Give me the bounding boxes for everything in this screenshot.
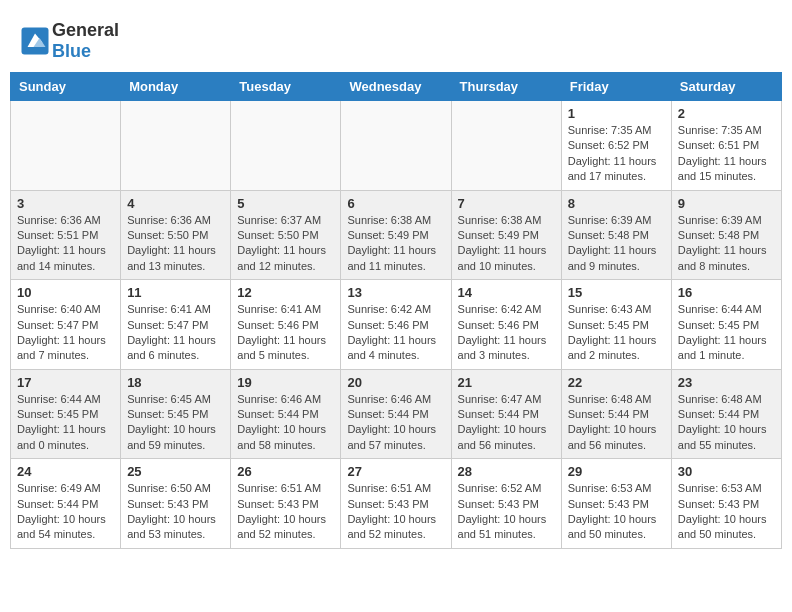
- day-number: 25: [127, 464, 224, 479]
- day-of-week-header: Saturday: [671, 73, 781, 101]
- day-number: 6: [347, 196, 444, 211]
- day-info: Sunrise: 6:50 AM Sunset: 5:43 PM Dayligh…: [127, 481, 224, 543]
- day-number: 22: [568, 375, 665, 390]
- day-number: 11: [127, 285, 224, 300]
- day-number: 16: [678, 285, 775, 300]
- day-info: Sunrise: 6:51 AM Sunset: 5:43 PM Dayligh…: [347, 481, 444, 543]
- calendar-day-cell: 17Sunrise: 6:44 AM Sunset: 5:45 PM Dayli…: [11, 369, 121, 459]
- day-number: 30: [678, 464, 775, 479]
- day-info: Sunrise: 6:48 AM Sunset: 5:44 PM Dayligh…: [678, 392, 775, 454]
- day-info: Sunrise: 6:53 AM Sunset: 5:43 PM Dayligh…: [678, 481, 775, 543]
- day-number: 19: [237, 375, 334, 390]
- day-info: Sunrise: 6:49 AM Sunset: 5:44 PM Dayligh…: [17, 481, 114, 543]
- calendar-day-cell: [231, 101, 341, 191]
- calendar-day-cell: [121, 101, 231, 191]
- day-of-week-header: Tuesday: [231, 73, 341, 101]
- page-header: General Blue: [10, 10, 782, 67]
- day-number: 20: [347, 375, 444, 390]
- day-number: 17: [17, 375, 114, 390]
- day-info: Sunrise: 6:51 AM Sunset: 5:43 PM Dayligh…: [237, 481, 334, 543]
- calendar-day-cell: 21Sunrise: 6:47 AM Sunset: 5:44 PM Dayli…: [451, 369, 561, 459]
- calendar-day-cell: 26Sunrise: 6:51 AM Sunset: 5:43 PM Dayli…: [231, 459, 341, 549]
- day-info: Sunrise: 6:36 AM Sunset: 5:51 PM Dayligh…: [17, 213, 114, 275]
- day-info: Sunrise: 6:39 AM Sunset: 5:48 PM Dayligh…: [678, 213, 775, 275]
- logo-icon: [20, 26, 50, 56]
- calendar-day-cell: 9Sunrise: 6:39 AM Sunset: 5:48 PM Daylig…: [671, 190, 781, 280]
- day-info: Sunrise: 7:35 AM Sunset: 6:51 PM Dayligh…: [678, 123, 775, 185]
- day-info: Sunrise: 6:46 AM Sunset: 5:44 PM Dayligh…: [347, 392, 444, 454]
- calendar-day-cell: 30Sunrise: 6:53 AM Sunset: 5:43 PM Dayli…: [671, 459, 781, 549]
- day-number: 7: [458, 196, 555, 211]
- day-info: Sunrise: 6:38 AM Sunset: 5:49 PM Dayligh…: [458, 213, 555, 275]
- calendar-day-cell: 5Sunrise: 6:37 AM Sunset: 5:50 PM Daylig…: [231, 190, 341, 280]
- logo: General Blue: [20, 20, 119, 62]
- calendar-week-row: 17Sunrise: 6:44 AM Sunset: 5:45 PM Dayli…: [11, 369, 782, 459]
- calendar-day-cell: 2Sunrise: 7:35 AM Sunset: 6:51 PM Daylig…: [671, 101, 781, 191]
- day-number: 5: [237, 196, 334, 211]
- calendar-day-cell: 1Sunrise: 7:35 AM Sunset: 6:52 PM Daylig…: [561, 101, 671, 191]
- calendar-day-cell: 7Sunrise: 6:38 AM Sunset: 5:49 PM Daylig…: [451, 190, 561, 280]
- day-number: 10: [17, 285, 114, 300]
- calendar-day-cell: 15Sunrise: 6:43 AM Sunset: 5:45 PM Dayli…: [561, 280, 671, 370]
- day-info: Sunrise: 6:45 AM Sunset: 5:45 PM Dayligh…: [127, 392, 224, 454]
- day-info: Sunrise: 6:36 AM Sunset: 5:50 PM Dayligh…: [127, 213, 224, 275]
- day-number: 2: [678, 106, 775, 121]
- calendar-week-row: 10Sunrise: 6:40 AM Sunset: 5:47 PM Dayli…: [11, 280, 782, 370]
- day-number: 29: [568, 464, 665, 479]
- day-number: 27: [347, 464, 444, 479]
- day-number: 8: [568, 196, 665, 211]
- day-of-week-header: Wednesday: [341, 73, 451, 101]
- calendar-day-cell: 22Sunrise: 6:48 AM Sunset: 5:44 PM Dayli…: [561, 369, 671, 459]
- calendar-day-cell: 14Sunrise: 6:42 AM Sunset: 5:46 PM Dayli…: [451, 280, 561, 370]
- day-number: 9: [678, 196, 775, 211]
- calendar-day-cell: 8Sunrise: 6:39 AM Sunset: 5:48 PM Daylig…: [561, 190, 671, 280]
- day-info: Sunrise: 6:41 AM Sunset: 5:47 PM Dayligh…: [127, 302, 224, 364]
- calendar-day-cell: 12Sunrise: 6:41 AM Sunset: 5:46 PM Dayli…: [231, 280, 341, 370]
- calendar-day-cell: 11Sunrise: 6:41 AM Sunset: 5:47 PM Dayli…: [121, 280, 231, 370]
- calendar-day-cell: [451, 101, 561, 191]
- day-info: Sunrise: 6:41 AM Sunset: 5:46 PM Dayligh…: [237, 302, 334, 364]
- day-info: Sunrise: 6:48 AM Sunset: 5:44 PM Dayligh…: [568, 392, 665, 454]
- day-number: 3: [17, 196, 114, 211]
- day-number: 21: [458, 375, 555, 390]
- day-of-week-header: Friday: [561, 73, 671, 101]
- calendar-day-cell: 3Sunrise: 6:36 AM Sunset: 5:51 PM Daylig…: [11, 190, 121, 280]
- calendar-day-cell: 28Sunrise: 6:52 AM Sunset: 5:43 PM Dayli…: [451, 459, 561, 549]
- calendar-day-cell: 6Sunrise: 6:38 AM Sunset: 5:49 PM Daylig…: [341, 190, 451, 280]
- day-number: 18: [127, 375, 224, 390]
- calendar-day-cell: 19Sunrise: 6:46 AM Sunset: 5:44 PM Dayli…: [231, 369, 341, 459]
- calendar-day-cell: [11, 101, 121, 191]
- calendar-day-cell: 10Sunrise: 6:40 AM Sunset: 5:47 PM Dayli…: [11, 280, 121, 370]
- calendar-day-cell: [341, 101, 451, 191]
- calendar-day-cell: 13Sunrise: 6:42 AM Sunset: 5:46 PM Dayli…: [341, 280, 451, 370]
- logo-text: General Blue: [52, 20, 119, 62]
- calendar-day-cell: 23Sunrise: 6:48 AM Sunset: 5:44 PM Dayli…: [671, 369, 781, 459]
- day-number: 4: [127, 196, 224, 211]
- day-info: Sunrise: 6:43 AM Sunset: 5:45 PM Dayligh…: [568, 302, 665, 364]
- day-number: 15: [568, 285, 665, 300]
- day-info: Sunrise: 7:35 AM Sunset: 6:52 PM Dayligh…: [568, 123, 665, 185]
- day-number: 12: [237, 285, 334, 300]
- day-number: 13: [347, 285, 444, 300]
- day-of-week-header: Sunday: [11, 73, 121, 101]
- day-number: 23: [678, 375, 775, 390]
- calendar-day-cell: 25Sunrise: 6:50 AM Sunset: 5:43 PM Dayli…: [121, 459, 231, 549]
- calendar-day-cell: 29Sunrise: 6:53 AM Sunset: 5:43 PM Dayli…: [561, 459, 671, 549]
- day-number: 24: [17, 464, 114, 479]
- day-info: Sunrise: 6:39 AM Sunset: 5:48 PM Dayligh…: [568, 213, 665, 275]
- day-of-week-header: Thursday: [451, 73, 561, 101]
- day-number: 14: [458, 285, 555, 300]
- day-info: Sunrise: 6:37 AM Sunset: 5:50 PM Dayligh…: [237, 213, 334, 275]
- calendar-week-row: 24Sunrise: 6:49 AM Sunset: 5:44 PM Dayli…: [11, 459, 782, 549]
- day-info: Sunrise: 6:38 AM Sunset: 5:49 PM Dayligh…: [347, 213, 444, 275]
- day-info: Sunrise: 6:47 AM Sunset: 5:44 PM Dayligh…: [458, 392, 555, 454]
- day-info: Sunrise: 6:46 AM Sunset: 5:44 PM Dayligh…: [237, 392, 334, 454]
- day-info: Sunrise: 6:42 AM Sunset: 5:46 PM Dayligh…: [458, 302, 555, 364]
- day-number: 1: [568, 106, 665, 121]
- calendar-day-cell: 27Sunrise: 6:51 AM Sunset: 5:43 PM Dayli…: [341, 459, 451, 549]
- day-info: Sunrise: 6:44 AM Sunset: 5:45 PM Dayligh…: [17, 392, 114, 454]
- day-info: Sunrise: 6:52 AM Sunset: 5:43 PM Dayligh…: [458, 481, 555, 543]
- day-info: Sunrise: 6:40 AM Sunset: 5:47 PM Dayligh…: [17, 302, 114, 364]
- calendar-day-cell: 4Sunrise: 6:36 AM Sunset: 5:50 PM Daylig…: [121, 190, 231, 280]
- calendar-header-row: SundayMondayTuesdayWednesdayThursdayFrid…: [11, 73, 782, 101]
